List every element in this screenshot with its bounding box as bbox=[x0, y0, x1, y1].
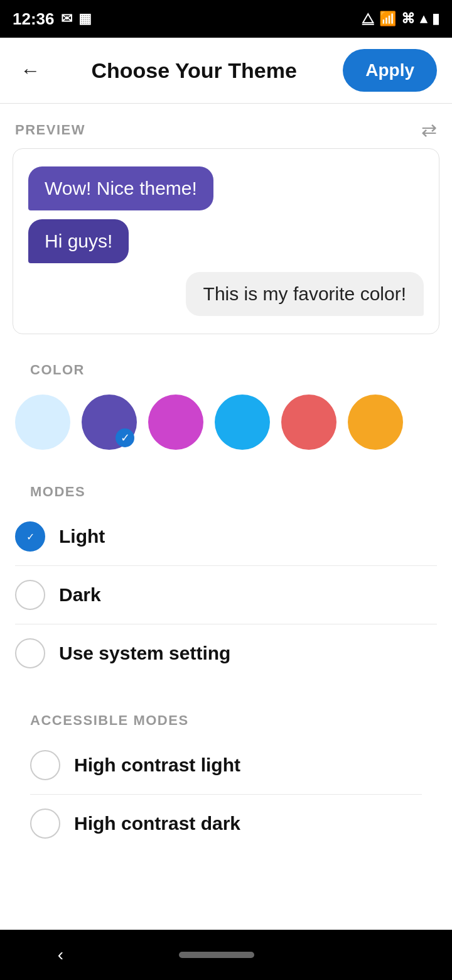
mode-system-label: Use system setting bbox=[59, 643, 230, 664]
wifi-icon: ⌘ bbox=[401, 11, 415, 27]
radio-system[interactable] bbox=[15, 638, 45, 668]
apply-button[interactable]: Apply bbox=[343, 49, 437, 92]
color-section-label: COLOR bbox=[15, 347, 437, 386]
accessible-modes-section: ACCESSIBLE MODES High contrast light Hig… bbox=[0, 682, 452, 852]
bottom-nav: ‹ bbox=[0, 930, 452, 980]
radio-high-contrast-light[interactable] bbox=[30, 750, 60, 780]
bluetooth-icon: ⧋ bbox=[362, 11, 374, 27]
mode-high-contrast-light-label: High contrast light bbox=[74, 754, 240, 776]
color-orange[interactable] bbox=[348, 395, 403, 450]
color-salmon[interactable] bbox=[281, 395, 336, 450]
bubble-received-1: This is my favorite color! bbox=[186, 272, 424, 316]
radio-check-light: ✓ bbox=[26, 531, 35, 543]
status-time: 12:36 bbox=[13, 9, 55, 29]
header: ← Choose Your Theme Apply bbox=[0, 38, 452, 104]
back-button[interactable]: ← bbox=[15, 57, 45, 85]
status-bar: 12:36 ✉ ▦ ⧋ 📶 ⌘ ▴ ▮ bbox=[0, 0, 452, 38]
mode-system[interactable]: Use system setting bbox=[15, 624, 437, 682]
color-magenta[interactable] bbox=[148, 395, 203, 450]
mode-high-contrast-light[interactable]: High contrast light bbox=[30, 736, 422, 795]
nav-back-button[interactable]: ‹ bbox=[58, 945, 63, 965]
message-icon: ✉ bbox=[61, 11, 72, 27]
preview-header: PREVIEW ⇄ bbox=[0, 104, 452, 148]
mode-light[interactable]: ✓ Light bbox=[15, 508, 437, 566]
vibrate-icon: 📶 bbox=[379, 11, 396, 27]
accessible-modes-label: ACCESSIBLE MODES bbox=[15, 697, 437, 736]
color-sky-blue[interactable] bbox=[215, 395, 270, 450]
signal-icon: ▴ bbox=[420, 11, 427, 27]
accessible-modes-list: High contrast light High contrast dark bbox=[15, 736, 437, 852]
color-purple[interactable]: ✓ bbox=[82, 395, 137, 450]
mode-dark-label: Dark bbox=[59, 584, 101, 606]
color-light-blue[interactable] bbox=[15, 395, 70, 450]
radio-dark[interactable] bbox=[15, 580, 45, 610]
radio-light[interactable]: ✓ bbox=[15, 521, 45, 552]
photo-icon: ▦ bbox=[78, 11, 92, 27]
battery-icon: ▮ bbox=[432, 11, 439, 27]
mode-high-contrast-dark-label: High contrast dark bbox=[74, 813, 240, 834]
color-section: COLOR ✓ bbox=[0, 347, 452, 469]
preview-label: PREVIEW bbox=[15, 122, 85, 138]
bubble-sent-1: Wow! Nice theme! bbox=[28, 166, 213, 210]
mode-light-label: Light bbox=[59, 526, 105, 547]
preview-box: Wow! Nice theme! Hi guys! This is my fav… bbox=[13, 148, 439, 334]
color-circles: ✓ bbox=[15, 386, 437, 459]
bubble-sent-2: Hi guys! bbox=[28, 219, 129, 263]
mode-high-contrast-dark[interactable]: High contrast dark bbox=[30, 795, 422, 852]
mode-dark[interactable]: Dark bbox=[15, 566, 437, 624]
radio-high-contrast-dark[interactable] bbox=[30, 808, 60, 839]
page-title: Choose Your Theme bbox=[91, 58, 296, 83]
nav-home-pill[interactable] bbox=[179, 952, 254, 958]
color-selected-check: ✓ bbox=[116, 428, 134, 447]
modes-section-label: MODES bbox=[15, 469, 437, 508]
swap-icon[interactable]: ⇄ bbox=[421, 119, 437, 141]
modes-section: MODES ✓ Light Dark Use system setting bbox=[0, 469, 452, 682]
